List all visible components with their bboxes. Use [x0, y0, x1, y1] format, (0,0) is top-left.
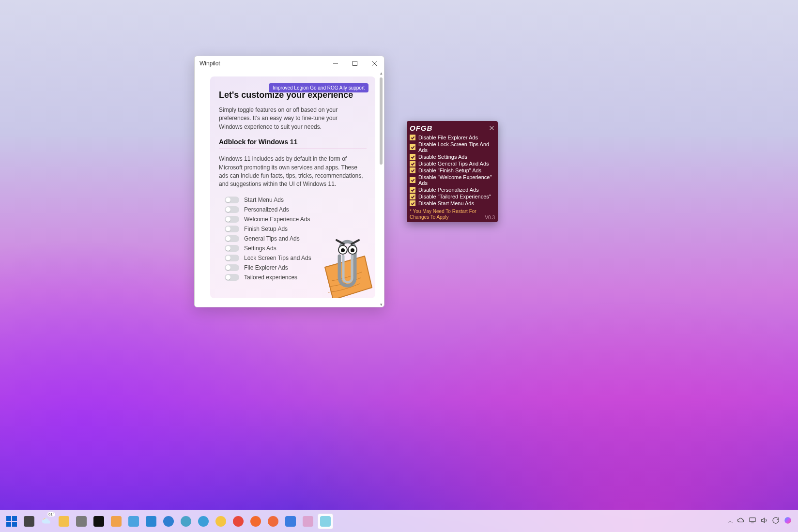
taskbar-icon-edge-beta[interactable]: [178, 514, 194, 529]
toggle-row: Welcome Experience Ads: [225, 215, 367, 224]
ofgb-item: Disable General Tips And Ads: [410, 160, 495, 167]
svg-point-9: [351, 248, 354, 252]
toggle-switch[interactable]: [225, 264, 239, 271]
ofgb-item: Disable Lock Screen Tips And Ads: [410, 141, 495, 153]
ofgb-item-label: Disable File Explorer Ads: [418, 135, 478, 140]
winpilot-title: Winpilot: [200, 60, 326, 67]
toggle-label: Settings Ads: [244, 245, 276, 252]
taskbar-icon-task-view[interactable]: [21, 514, 37, 529]
toggle-label: Tailored experiences: [244, 274, 297, 281]
taskbar-icon-brave[interactable]: [265, 514, 281, 529]
taskbar-icon-sysinternals[interactable]: [283, 514, 298, 529]
toggle-label: Start Menu Ads: [244, 197, 284, 203]
close-button[interactable]: [365, 56, 384, 71]
customize-panel: Improved Legion Go and ROG Ally support …: [210, 76, 375, 298]
panel-intro: Simply toggle features on or off based o…: [219, 106, 345, 131]
taskbar-pinned-apps: 61°: [4, 514, 333, 529]
ofgb-item: Disable Personalized Ads: [410, 186, 495, 193]
toggle-switch[interactable]: [225, 245, 239, 252]
checkbox[interactable]: [410, 177, 415, 183]
taskbar-icon-firefox[interactable]: [248, 514, 263, 529]
checkbox[interactable]: [410, 161, 415, 167]
taskbar-icon-powershell[interactable]: [108, 514, 124, 529]
ofgb-item: Disable Start Menu Ads: [410, 200, 495, 207]
scroll-down-button[interactable]: ▾: [379, 302, 383, 307]
ofgb-close-button[interactable]: [488, 125, 495, 132]
checkbox[interactable]: [410, 200, 415, 206]
toggle-label: Personalized Ads: [244, 206, 289, 213]
minimize-button[interactable]: [326, 56, 345, 71]
toggle-switch[interactable]: [225, 206, 239, 213]
winpilot-body: Improved Legion Go and ROG Ally support …: [195, 71, 384, 307]
toggle-row: Start Menu Ads: [225, 196, 367, 204]
checkbox[interactable]: [410, 187, 415, 193]
scrollbar[interactable]: ▴ ▾: [379, 71, 383, 307]
taskbar-icon-phone-link[interactable]: [126, 514, 141, 529]
ofgb-item-label: Disable Lock Screen Tips And Ads: [418, 141, 495, 153]
checkbox[interactable]: [410, 135, 415, 140]
ofgb-item-label: Disable Start Menu Ads: [418, 200, 474, 206]
toggle-switch[interactable]: [225, 216, 239, 223]
taskbar-icon-microsoft-store[interactable]: [143, 514, 159, 529]
ofgb-item: Disable Settings Ads: [410, 153, 495, 160]
toggle-switch[interactable]: [225, 226, 239, 232]
checkbox[interactable]: [410, 167, 415, 173]
checkbox[interactable]: [410, 194, 415, 199]
ofgb-version: V0.3: [485, 215, 495, 220]
taskbar-icon-ofgb[interactable]: [318, 514, 333, 529]
ofgb-checkbox-list: Disable File Explorer AdsDisable Lock Sc…: [410, 134, 495, 207]
svg-point-8: [341, 248, 345, 252]
clippy-illustration: [307, 229, 375, 298]
ofgb-logo: OFGB: [410, 124, 432, 132]
taskbar-icon-chrome-canary[interactable]: [213, 514, 229, 529]
ofgb-titlebar[interactable]: OFGB: [410, 124, 495, 132]
checkbox[interactable]: [410, 144, 415, 150]
toggle-label: Finish Setup Ads: [244, 226, 288, 232]
ofgb-item: Disable "Finish Setup" Ads: [410, 167, 495, 174]
tray-overflow-chevron[interactable]: ︿: [728, 517, 733, 525]
svg-rect-13: [750, 518, 755, 522]
scroll-thumb[interactable]: [380, 77, 383, 165]
taskbar-icon-chrome[interactable]: [230, 514, 246, 529]
maximize-button[interactable]: [345, 56, 365, 71]
ofgb-item-label: Disable "Tailored Experiences": [418, 194, 491, 199]
taskbar: 61° ︿: [0, 510, 798, 532]
taskbar-icon-winpilot[interactable]: [300, 514, 316, 529]
toggle-row: Personalized Ads: [225, 205, 367, 214]
ofgb-item: Disable "Tailored Experiences": [410, 193, 495, 200]
toggle-switch[interactable]: [225, 235, 239, 242]
svg-rect-1: [353, 61, 357, 66]
sound-tray-icon[interactable]: [760, 517, 768, 526]
feature-badge: Improved Legion Go and ROG Ally support: [269, 83, 368, 92]
section-divider: [219, 149, 367, 149]
taskbar-icon-terminal[interactable]: [91, 514, 107, 529]
ofgb-item-label: Disable Personalized Ads: [418, 187, 479, 193]
ofgb-item: Disable File Explorer Ads: [410, 134, 495, 141]
toggle-switch[interactable]: [225, 255, 239, 261]
taskbar-icon-file-explorer[interactable]: [56, 514, 72, 529]
taskbar-icon-edge-dev[interactable]: [196, 514, 211, 529]
ofgb-item-label: Disable General Tips And Ads: [418, 161, 489, 167]
toggle-label: Lock Screen Tips and Ads: [244, 255, 311, 261]
ofgb-item-label: Disable "Welcome Experience" Ads: [418, 174, 495, 186]
section-title: Adblock for Windows 11: [219, 138, 367, 146]
taskbar-icon-edge[interactable]: [161, 514, 176, 529]
toggle-label: General Tips and Ads: [244, 235, 300, 242]
display-tray-icon[interactable]: [749, 517, 756, 526]
weather-temp: 61°: [47, 512, 55, 517]
window-controls: [326, 56, 384, 71]
scroll-up-button[interactable]: ▴: [379, 71, 383, 76]
winpilot-titlebar[interactable]: Winpilot: [195, 56, 384, 71]
windows-update-tray-icon[interactable]: [772, 517, 780, 526]
onedrive-icon[interactable]: [737, 517, 745, 526]
copilot-tray-icon[interactable]: [783, 516, 792, 526]
toggle-switch[interactable]: [225, 197, 239, 203]
taskbar-icon-settings[interactable]: [74, 514, 89, 529]
taskbar-icon-start[interactable]: [4, 514, 19, 529]
ofgb-restart-notice: * You May Need To Restart For Changes To…: [410, 209, 495, 220]
toggle-label: Welcome Experience Ads: [244, 216, 310, 223]
ofgb-item-label: Disable "Finish Setup" Ads: [418, 167, 481, 173]
checkbox[interactable]: [410, 154, 415, 160]
toggle-switch[interactable]: [225, 274, 239, 281]
taskbar-icon-weather[interactable]: 61°: [39, 514, 54, 529]
